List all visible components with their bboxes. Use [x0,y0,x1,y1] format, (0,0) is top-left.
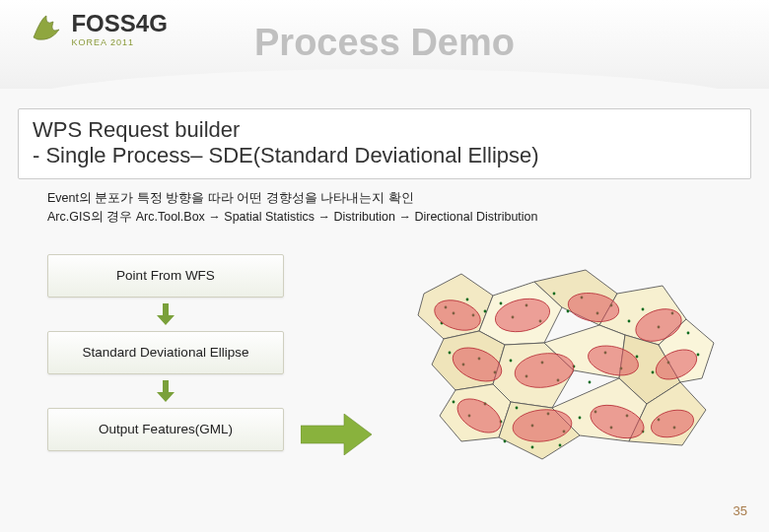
svg-point-53 [559,444,562,447]
slide-title: Process Demo [254,22,515,64]
svg-point-51 [504,440,507,443]
svg-point-15 [628,320,631,323]
right-arrow-icon [301,414,372,459]
svg-point-21 [449,352,452,355]
svg-point-25 [510,360,513,363]
page-number: 35 [734,503,747,518]
flow-box-1: Point From WFS [47,254,284,298]
svg-point-11 [567,310,570,313]
svg-point-6 [500,302,503,305]
title-line-1: WPS Request builder [33,117,736,143]
title-box: WPS Request builder - Single Process– SD… [18,108,751,179]
svg-point-10 [553,293,556,296]
logo-icon [30,12,63,45]
svg-point-33 [636,356,639,359]
svg-point-34 [652,371,655,374]
flow-box-3: Output Features(GML) [47,408,284,451]
svg-point-20 [697,354,700,357]
logo-text: FOSS4G [71,10,167,37]
sde-map-figure [384,234,739,491]
title-line-2: - Single Process– SDE(Standard Deviation… [33,143,736,168]
svg-point-3 [466,299,469,301]
svg-point-19 [687,332,690,335]
foss4g-logo: FOSS4G KOREA 2011 [30,10,168,47]
svg-point-5 [484,310,487,313]
svg-point-16 [642,308,645,311]
flow-box-2: Standard Deviational Ellipse [47,331,284,374]
svg-point-52 [531,446,534,449]
svg-point-40 [516,407,519,410]
down-arrow-icon [47,303,284,325]
logo-subtitle: KOREA 2011 [71,37,167,47]
svg-point-30 [589,381,592,384]
desc-line-2: Arc.GIS의 경우 Arc.Tool.Box → Spatial Stati… [47,208,730,227]
desc-line-1: Event의 분포가 특정 방향을 따라 어떤 경향성을 나타내는지 확인 [47,189,730,208]
svg-point-44 [579,417,582,420]
svg-point-36 [453,401,455,404]
description: Event의 분포가 특정 방향을 따라 어떤 경향성을 나타내는지 확인 Ar… [47,189,730,227]
process-flow: Point From WFS Standard Deviational Elli… [47,254,284,451]
down-arrow-icon [47,380,284,402]
